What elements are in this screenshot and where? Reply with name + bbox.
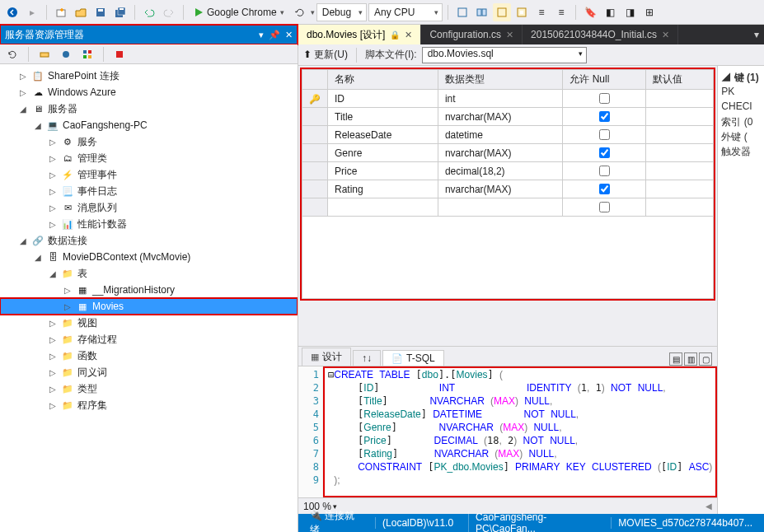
bookmark-button[interactable]: 🔖 [581,3,599,21]
cell-type[interactable]: datetime [438,126,562,144]
nav-back-button[interactable] [3,3,21,21]
cell-default[interactable] [646,90,714,108]
col-null-header[interactable]: 允许 Null [563,70,646,90]
tree-item-管理类[interactable]: ▷🗂管理类 [0,150,298,166]
table-row[interactable]: ReleaseDatedatetime [302,126,714,144]
tab-20150621034844O_Initial.cs[interactable]: 20150621034844O_Initial.cs✕ [523,25,678,44]
open-button[interactable] [72,3,90,21]
expand-icon[interactable]: ▷ [48,319,58,328]
table-row[interactable]: 🔑IDint [302,90,714,108]
expand-icon[interactable]: ▷ [48,203,58,212]
tool-h-button[interactable]: ◨ [621,3,639,21]
expand-icon[interactable]: ▷ [48,138,58,147]
tool-i-button[interactable]: ⊞ [640,3,659,21]
tree-item-服务[interactable]: ▷⚙服务 [0,133,298,150]
undo-button[interactable] [140,3,158,21]
close-icon[interactable]: ✕ [506,30,513,40]
tree-item-事件日志[interactable]: ▷📃事件日志 [0,183,298,199]
tree-item-视图[interactable]: ▷📁视图 [0,315,298,331]
sql-editor[interactable]: 123456789 ⊟CREATE TABLE [dbo].[Movies] (… [298,366,717,497]
cell-default[interactable] [646,144,714,162]
panel-connect-b-button[interactable] [57,45,75,63]
tree-item-程序集[interactable]: ▷📁程序集 [0,397,298,413]
cell-default[interactable] [646,126,714,144]
tree-item-存储过程[interactable]: ▷📁存储过程 [0,331,298,348]
tree-item-同义词[interactable]: ▷📁同义词 [0,364,298,380]
panel-connect-a-button[interactable] [35,45,54,63]
tree-item-Windows Azure[interactable]: ▷☁Windows Azure [0,84,298,100]
cell-default[interactable] [646,162,714,180]
tree-item-Movies[interactable]: ▷▦Movies [0,298,298,315]
tab-overflow-button[interactable]: ▾ [749,25,764,44]
expand-icon[interactable]: ◢ [18,236,28,245]
cell-type[interactable]: decimal(18,2) [438,162,562,180]
tree-item-MovieDBContext (MvcMovie)[interactable]: ◢🗄MovieDBContext (MvcMovie) [0,249,298,265]
script-file-dropdown[interactable]: dbo.Movies.sql [422,47,587,63]
expand-icon[interactable]: ▷ [63,286,73,295]
expand-icon[interactable]: ▷ [48,335,58,344]
expand-icon[interactable]: ◢ [33,121,43,130]
expand-icon[interactable]: ▷ [48,187,58,196]
allow-null-checkbox[interactable] [599,202,610,212]
design-tab[interactable]: ▦设计 [302,348,351,366]
allow-null-checkbox[interactable] [599,166,610,176]
cell-type[interactable]: nvarchar(MAX) [438,144,562,162]
tree-item-性能计数器[interactable]: ▷📊性能计数器 [0,216,298,232]
sql-maximize-button[interactable]: ▢ [699,352,712,366]
col-type-header[interactable]: 数据类型 [438,70,562,90]
sql-layout-b-button[interactable]: ▥ [684,352,697,366]
tree-item-数据连接[interactable]: ◢🔗数据连接 [0,232,298,249]
panel-stop-button[interactable] [110,45,129,63]
col-default-header[interactable]: 默认值 [646,70,714,90]
close-icon[interactable]: ✕ [662,30,669,40]
expand-icon[interactable]: ▷ [48,385,58,394]
redo-button[interactable] [160,3,178,21]
cell-type[interactable]: nvarchar(MAX) [438,180,562,198]
tree-item-消息队列[interactable]: ▷✉消息队列 [0,199,298,216]
cell-name[interactable]: Title [328,108,438,126]
cell-name[interactable]: Genre [328,144,438,162]
keys-item[interactable]: 触发器 [721,145,761,160]
refresh-button[interactable] [291,3,309,21]
expand-icon[interactable]: ▷ [18,72,28,81]
tree-item-类型[interactable]: ▷📁类型 [0,380,298,397]
table-row-empty[interactable] [302,198,714,217]
close-icon[interactable]: ✕ [405,30,412,40]
tree-item-管理事件[interactable]: ▷⚡管理事件 [0,166,298,183]
panel-close-icon[interactable]: ✕ [285,30,293,40]
keys-header[interactable]: ◢ 键 (1) [721,71,761,86]
cell-type[interactable]: int [438,90,562,108]
table-row[interactable]: Ratingnvarchar(MAX) [302,180,714,198]
allow-null-checkbox[interactable] [599,93,610,104]
panel-pin-icon[interactable]: 📌 [269,30,280,40]
tab-Configuration.cs[interactable]: Configuration.cs✕ [421,25,523,44]
cell-name[interactable]: ID [328,90,438,108]
expand-icon[interactable]: ◢ [33,253,43,262]
keys-item[interactable]: PK [721,86,761,100]
expand-icon[interactable]: ▷ [48,401,58,410]
tsql-tab[interactable]: 📄T-SQL [382,350,444,366]
table-row[interactable]: Genrenvarchar(MAX) [302,144,714,162]
tree-item-__MigrationHistory[interactable]: ▷▦__MigrationHistory [0,282,298,298]
server-explorer-tree[interactable]: ▷📋SharePoint 连接▷☁Windows Azure◢🖥服务器◢💻Cao… [0,64,298,532]
tool-g-button[interactable]: ◧ [601,3,619,21]
expand-icon[interactable]: ▷ [48,170,58,180]
cell-type[interactable]: nvarchar(MAX) [438,108,562,126]
tool-d-button[interactable] [513,3,531,21]
start-debug-button[interactable]: Google Chrome ▾ [189,3,289,21]
save-all-button[interactable] [111,3,129,21]
columns-grid[interactable]: 名称 数据类型 允许 Null 默认值 🔑IDintTitlenvarchar(… [302,69,714,217]
tab-dbo.Movies [设计][interactable]: dbo.Movies [设计]🔒✕ [298,25,421,44]
tree-item-CaoFangsheng-PC[interactable]: ◢💻CaoFangsheng-PC [0,117,298,133]
expand-icon[interactable]: ◢ [48,269,58,278]
cell-default[interactable] [646,180,714,198]
expand-icon[interactable]: ▷ [63,302,73,311]
expand-icon[interactable]: ▷ [48,352,58,361]
allow-null-checkbox[interactable] [599,184,610,194]
tree-item-表[interactable]: ◢📁表 [0,265,298,282]
tree-item-函数[interactable]: ▷📁函数 [0,348,298,364]
col-name-header[interactable]: 名称 [328,70,438,90]
allow-null-checkbox[interactable] [599,147,610,158]
keys-item[interactable]: 外键 ( [721,130,761,145]
allow-null-checkbox[interactable] [599,111,610,122]
